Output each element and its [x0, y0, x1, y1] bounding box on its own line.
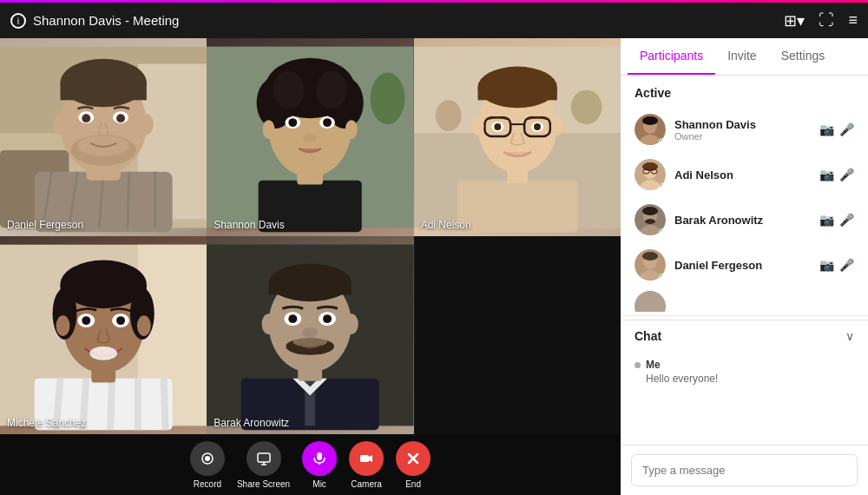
online-dot-shannon — [659, 138, 666, 145]
chat-input[interactable] — [631, 454, 858, 486]
share-screen-icon — [247, 441, 281, 476]
participant-icons-barak: 📷 🎤 — [819, 213, 854, 227]
svg-line-67 — [164, 379, 166, 431]
svg-point-79 — [56, 315, 70, 336]
svg-point-32 — [316, 71, 347, 109]
participant-role-shannon: Owner — [674, 131, 811, 142]
participant-name-daniel: Daniel Fergeson — [674, 259, 811, 272]
face-daniel — [0, 38, 207, 236]
record-button[interactable]: Record — [190, 441, 225, 489]
record-icon — [190, 441, 225, 476]
mic-button[interactable]: Mic — [302, 441, 337, 489]
face-shannon — [207, 38, 413, 236]
fullscreen-icon[interactable]: ⛶ — [819, 11, 834, 30]
top-bar: i Shannon Davis - Meeting ⊞▾ ⛶ ≡ — [0, 0, 868, 38]
sidebar-content: Active Shannon Davis Owner — [621, 76, 868, 445]
video-label-daniel: Daniel Fergeson — [7, 219, 83, 231]
svg-point-59 — [551, 116, 563, 135]
avatar-shannon — [635, 114, 666, 145]
chat-messages: Me Hello everyone! — [621, 352, 868, 399]
svg-point-113 — [642, 116, 658, 125]
chat-input-area — [621, 445, 868, 495]
chat-text-0: Hello everyone! — [635, 373, 854, 385]
active-section-title: Active — [621, 76, 868, 107]
participant-icons-adi: 📷 🎤 — [819, 168, 854, 182]
svg-point-57 — [534, 123, 541, 130]
video-cell-shannon: Shannon Davis — [207, 38, 413, 236]
extra-participant-hint — [621, 287, 868, 312]
video-label-adi: Adi Nelson — [421, 219, 471, 231]
svg-point-98 — [345, 314, 358, 334]
participant-info-barak: Barak Aronowitz — [674, 214, 811, 227]
svg-point-77 — [116, 316, 125, 325]
svg-rect-89 — [269, 282, 352, 294]
participant-item-barak: Barak Aronowitz 📷 🎤 — [621, 197, 868, 242]
mic-label: Mic — [312, 479, 326, 489]
video-label-barak: Barak Aronowitz — [214, 417, 289, 429]
video-icon-barak: 📷 — [819, 213, 834, 227]
avatar-adi — [635, 159, 666, 190]
avatar-daniel — [635, 249, 666, 280]
online-dot-adi — [659, 183, 666, 190]
end-icon — [396, 441, 431, 476]
share-screen-button[interactable]: Share Screen — [237, 441, 290, 489]
svg-point-95 — [323, 314, 332, 323]
mic-icon-barak: 🎤 — [839, 213, 854, 227]
svg-point-31 — [273, 71, 305, 109]
video-icon-adi: 📷 — [819, 168, 834, 182]
svg-point-37 — [304, 134, 318, 142]
svg-point-39 — [345, 120, 358, 139]
meeting-title: Shannon Davis - Meeting — [33, 13, 179, 28]
svg-rect-13 — [61, 82, 147, 100]
video-area: Daniel Fergeson — [0, 38, 621, 495]
camera-icon — [349, 441, 384, 476]
video-cell-michele: Michele Sanchez — [0, 236, 207, 434]
svg-point-123 — [642, 207, 658, 215]
tab-participants[interactable]: Participants — [628, 38, 715, 75]
avatar-barak — [635, 204, 666, 235]
svg-point-97 — [262, 314, 276, 334]
svg-point-129 — [635, 291, 666, 312]
mic-icon-shannon: 🎤 — [839, 122, 854, 136]
mic-icon-adi: 🎤 — [839, 168, 854, 182]
main-content: Daniel Fergeson — [0, 38, 868, 495]
face-barak — [207, 236, 413, 434]
tab-settings[interactable]: Settings — [769, 38, 838, 75]
menu-icon[interactable]: ≡ — [848, 11, 858, 30]
svg-marker-107 — [369, 455, 372, 462]
svg-point-88 — [269, 264, 352, 302]
grid-icon[interactable]: ⊞▾ — [784, 11, 805, 30]
svg-point-24 — [371, 73, 405, 125]
svg-point-17 — [116, 114, 125, 122]
sidebar-tabs: Participants Invite Settings — [621, 38, 868, 76]
camera-button[interactable]: Camera — [349, 441, 384, 489]
video-label-michele: Michele Sanchez — [7, 417, 86, 429]
tab-invite[interactable]: Invite — [715, 38, 768, 75]
mic-icon-daniel: 🎤 — [839, 258, 854, 272]
svg-point-58 — [471, 116, 483, 135]
participant-info-shannon: Shannon Davis Owner — [674, 118, 811, 142]
video-cell-daniel: Daniel Fergeson — [0, 38, 207, 236]
chat-message-0: Me Hello everyone! — [635, 359, 854, 385]
toolbar-icons: ⊞▾ ⛶ ≡ — [784, 11, 858, 30]
face-michele — [0, 236, 207, 434]
chat-sender-dot-0 — [635, 362, 641, 368]
svg-point-21 — [140, 114, 154, 135]
video-cell-barak: Barak Aronowitz — [207, 236, 413, 434]
video-grid: Daniel Fergeson — [0, 38, 621, 434]
chat-divider — [621, 315, 868, 316]
participant-name-adi: Adi Nelson — [674, 168, 811, 182]
participant-icons-shannon: 📷 🎤 — [819, 122, 854, 136]
record-label: Record — [194, 479, 221, 489]
chat-chevron-icon[interactable]: ∨ — [845, 329, 854, 343]
share-screen-label: Share Screen — [237, 479, 290, 489]
participant-icons-daniel: 📷 🎤 — [819, 258, 854, 272]
participant-item-shannon: Shannon Davis Owner 📷 🎤 — [621, 107, 868, 152]
video-cell-adi: Adi Nelson — [414, 38, 621, 236]
end-button[interactable]: End — [396, 441, 431, 489]
participant-name-barak: Barak Aronowitz — [674, 214, 811, 227]
svg-point-42 — [435, 100, 461, 131]
svg-rect-53 — [477, 87, 556, 100]
extra-avatar — [635, 291, 666, 312]
chat-header[interactable]: Chat ∨ — [621, 320, 868, 352]
